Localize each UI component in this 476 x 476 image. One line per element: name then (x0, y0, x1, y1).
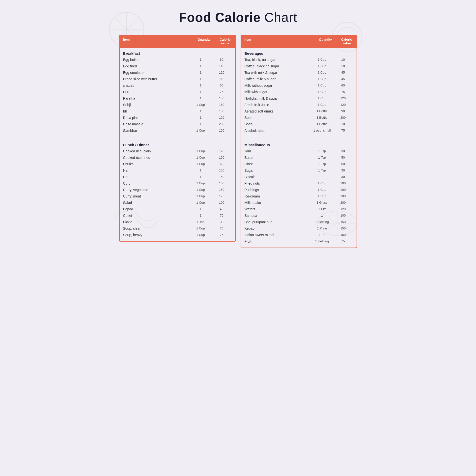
table-row: Curry, meat 1 Cup 175 (120, 193, 235, 199)
left-table-header: Item Quantity Caloricvalue (120, 35, 235, 48)
left-header-qty: Quantity (193, 35, 215, 48)
table-row: Dosa plain 1 120 (120, 114, 235, 121)
table-row: Bread slice with butter 1 90 (120, 76, 235, 82)
table-row: Soup, heavy 1 Cup 75 (120, 232, 235, 238)
table-row: Puddings 1 Cup 200 (241, 187, 357, 193)
breakfast-label: Breakfast (120, 48, 235, 56)
table-row: Fruit 1 Helping 75 (241, 238, 357, 245)
table-row: Kebab 1 Plate 150 (241, 225, 357, 232)
page-container: Food Calorie Chart Item Quantity Caloric… (119, 10, 357, 248)
table-row: Pickle 1 Tsp 30 (120, 219, 235, 225)
table-row: Cutlet 1 75 (120, 212, 235, 219)
table-row: Tea with milk & sugar 1 Cup 45 (241, 69, 357, 76)
table-row: Dosa masala 1 250 (120, 121, 235, 127)
table-row: Subji 1 Cup 150 (120, 102, 235, 108)
tables-wrapper: Item Quantity Caloricvalue Breakfast Egg… (119, 35, 357, 248)
table-row: Cooked rice, plain 1 Cup 120 (120, 148, 235, 154)
table-row: Jam 1 Tsp 30 (241, 148, 357, 154)
title-bold: Food Calorie (179, 10, 261, 25)
table-row: Beer 1 Bottle 200 (241, 114, 357, 121)
table-row: Aerated soft drinks 1 Bottle 90 (241, 108, 357, 114)
table-row: Egg omelette 1 120 (120, 69, 235, 76)
table-row: Curd 1 Cup 100 (120, 180, 235, 187)
table-row: Sugar 1 Tsp 30 (241, 167, 357, 174)
left-header-cal: Caloricvalue (215, 35, 235, 48)
table-row: Paratha 1 150 (120, 95, 235, 102)
table-row: Milk-shake 1 Glass 200 (241, 199, 357, 206)
table-row: Cooked rice, fried 1 Cup 150 (120, 154, 235, 161)
table-row: Sambhar 1 Cup 150 (120, 127, 235, 134)
table-row: Egg fried 1 110 (120, 63, 235, 69)
table-row: Biscuit 1 30 (241, 174, 357, 180)
table-row: Curry, vegetable 1 Cup 150 (120, 187, 235, 193)
table-row: Coffee, milk & sugar 1 Cup 45 (241, 76, 357, 82)
table-row: Wafers 1 Pkt 120 (241, 206, 357, 212)
table-row: Salad 1 Cup 100 (120, 199, 235, 206)
table-row: Alcohol, neat 1 peg, small 75 (241, 127, 357, 134)
table-row: Puri 1 75 (120, 89, 235, 95)
title-light: Chart (261, 10, 297, 25)
table-row: Egg boiled 1 80 (120, 56, 235, 63)
table-row: Phulka 1 Cup 60 (120, 161, 235, 167)
table-row: Fried nuts 1 Cup 300 (241, 180, 357, 187)
table-row: Ghee 1 Tsp 50 (241, 161, 357, 167)
table-row: Butter 1 Tsp 50 (241, 154, 357, 161)
table-row: chapati 1 60 (120, 82, 235, 89)
table-row: Idli 1 100 (120, 108, 235, 114)
left-table: Item Quantity Caloricvalue Breakfast Egg… (119, 35, 236, 242)
table-row: Fresh fruit Juice 1 Cup 120 (241, 102, 357, 108)
breakfast-section: Breakfast Egg boiled 1 80 Egg fried 1 11… (120, 48, 235, 137)
table-row: Soda 1 Bottle 10 (241, 121, 357, 127)
table-row: Soup, clear 1 Cup 75 (120, 225, 235, 232)
right-table-header: Item Quantity Caloricvalue (241, 35, 357, 48)
right-header-cal: Caloricvalue (337, 35, 357, 48)
miscellaneous-label: Miscellaneous (241, 139, 357, 148)
right-table: Item Quantity Caloricvalue Beverages Tea… (241, 35, 357, 248)
miscellaneous-section: Miscellaneous Jam 1 Tsp 30 Butter 1 Tsp … (241, 139, 357, 248)
table-row: Bhel puri/pani puri 1 Helping 150 (241, 219, 357, 225)
beverages-label: Beverages (241, 48, 357, 56)
table-row: Tea, black, no sugar 1 Cup 10 (241, 56, 357, 63)
left-header-item: Item (120, 35, 193, 48)
table-row: Nan 1 150 (120, 167, 235, 174)
table-row: Papad 1 45 (120, 206, 235, 212)
table-row: Milk with sugar 1 Cup 75 (241, 89, 357, 95)
right-header-item: Item (241, 35, 314, 48)
table-row: Horlicks, milk & sugar 1 Cup 120 (241, 95, 357, 102)
page-title: Food Calorie Chart (119, 10, 357, 25)
table-row: Coffee, black no sugar 1 Cup 10 (241, 63, 357, 69)
right-header-qty: Quantity (314, 35, 337, 48)
lunch-dinner-section: Lunch / Dinner Cooked rice, plain 1 Cup … (120, 139, 235, 241)
table-row: Indian sweet mithai 1 Pc 150 (241, 232, 357, 238)
table-row: Samosa 1 100 (241, 212, 357, 219)
lunch-dinner-label: Lunch / Dinner (120, 139, 235, 148)
beverages-section: Beverages Tea, black, no sugar 1 Cup 10 … (241, 48, 357, 137)
table-row: Ice-cream 1 Cup 200 (241, 193, 357, 199)
table-row: Dal 1 150 (120, 174, 235, 180)
table-row: Milk without sugar 1 Cup 60 (241, 82, 357, 89)
